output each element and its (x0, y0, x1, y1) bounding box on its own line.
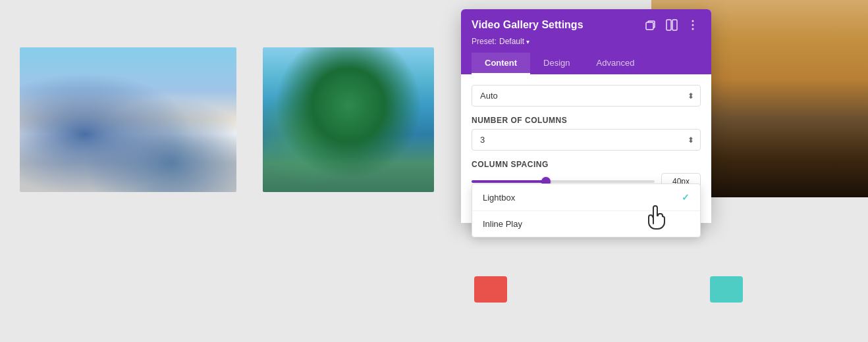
more-options-icon[interactable] (685, 17, 701, 33)
panel-tabs: Content Design Advanced (472, 53, 701, 74)
santorini-image (20, 47, 236, 192)
dropdown-item-inline-play[interactable]: Inline Play (472, 211, 700, 237)
inline-play-label: Inline Play (483, 219, 522, 229)
settings-panel: Video Gallery Settings (461, 9, 711, 223)
tropical-image (263, 47, 434, 192)
panel-title-row: Video Gallery Settings (472, 17, 701, 33)
panel-title: Video Gallery Settings (472, 19, 583, 31)
red-button[interactable] (474, 276, 507, 303)
columns-select-row: 3 1 2 4 ⬍ (472, 129, 701, 151)
slider-fill (472, 180, 545, 183)
tab-content[interactable]: Content (472, 53, 530, 74)
columns-label: Number Of Columns (472, 116, 701, 125)
tab-advanced[interactable]: Advanced (583, 53, 648, 74)
spacing-label: Column Spacing (472, 160, 701, 169)
slider-track (472, 180, 655, 183)
lightbox-label: Lightbox (483, 193, 515, 203)
panel-body: Auto ⬍ Number Of Columns 3 1 2 4 ⬍ Colum… (461, 74, 711, 223)
preset-caret-icon: ▾ (526, 38, 529, 45)
svg-rect-0 (646, 22, 653, 30)
svg-rect-1 (666, 20, 671, 30)
svg-point-5 (692, 28, 694, 30)
gallery-controls (474, 276, 507, 303)
columns-select[interactable]: 3 1 2 4 (472, 129, 701, 151)
auto-select[interactable]: Auto (472, 85, 701, 107)
preset-value: Default (499, 37, 524, 46)
split-icon[interactable] (664, 17, 680, 33)
gallery-controls-right (710, 276, 743, 303)
preset-label: Preset: (472, 37, 497, 46)
click-trigger-dropdown: Lightbox ✓ Inline Play (472, 183, 701, 237)
copy-icon[interactable] (643, 17, 659, 33)
preset-dropdown[interactable]: Default ▾ (499, 37, 529, 46)
preset-row: Preset: Default ▾ (472, 37, 701, 46)
checkmark-icon: ✓ (682, 192, 690, 203)
svg-rect-2 (672, 20, 677, 30)
svg-point-4 (692, 24, 694, 26)
panel-icon-group (643, 17, 701, 33)
green-button[interactable] (710, 276, 743, 303)
panel-header: Video Gallery Settings (461, 9, 711, 74)
tab-design[interactable]: Design (530, 53, 583, 74)
dropdown-item-lightbox[interactable]: Lightbox ✓ (472, 184, 700, 211)
auto-select-row: Auto ⬍ (472, 85, 701, 107)
svg-point-3 (692, 20, 694, 22)
columns-section: Number Of Columns 3 1 2 4 ⬍ (472, 116, 701, 151)
